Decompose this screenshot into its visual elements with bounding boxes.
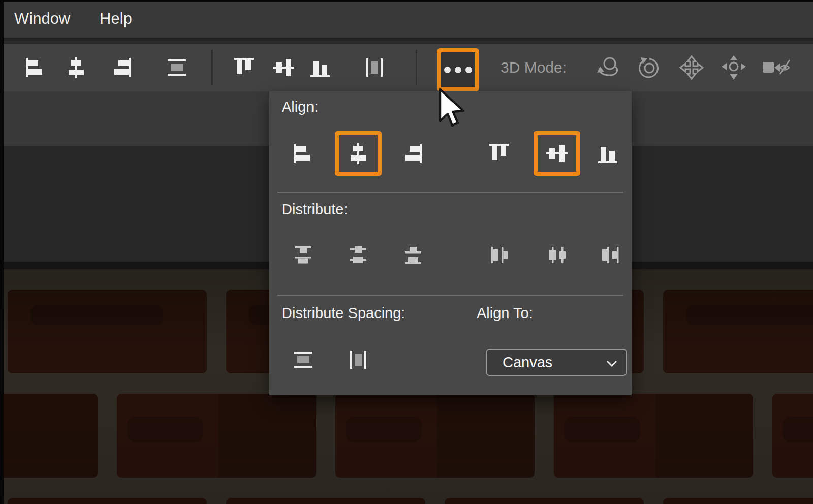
distribute-vertical-centers-icon[interactable] xyxy=(346,243,370,267)
menu-bar: Window Help xyxy=(0,0,813,41)
align-bottom-edges-icon[interactable] xyxy=(596,141,620,166)
options-toolbar: 3D Mode: xyxy=(0,44,813,91)
menu-item-help[interactable]: Help xyxy=(100,0,132,38)
ellipsis-icon xyxy=(455,67,461,73)
3d-mode-label: 3D Mode: xyxy=(501,44,567,91)
distribute-section-label: Distribute: xyxy=(282,201,348,218)
align-top-edges-icon[interactable] xyxy=(232,55,256,80)
screenshot-border xyxy=(0,0,813,2)
align-bottom-edges-icon[interactable] xyxy=(308,55,332,80)
distribute-spacing-vertical-icon[interactable] xyxy=(165,55,189,80)
distribute-bottom-edges-icon[interactable] xyxy=(401,243,425,267)
3d-camera-icon[interactable] xyxy=(762,53,790,82)
ellipsis-icon xyxy=(444,67,451,73)
distribute-horizontal-centers-icon[interactable] xyxy=(545,243,570,267)
screenshot-border xyxy=(0,0,4,504)
menu-item-window[interactable]: Window xyxy=(14,0,70,38)
align-left-edges-icon[interactable] xyxy=(23,55,48,80)
align-top-edges-icon[interactable] xyxy=(487,141,511,166)
more-options-button[interactable] xyxy=(437,48,479,91)
align-left-edges-icon[interactable] xyxy=(291,141,316,166)
distribute-spacing-horizontal-icon[interactable] xyxy=(362,55,387,80)
align-vertical-centers-icon[interactable] xyxy=(271,55,296,80)
highlight-box-align-vertical-centers xyxy=(534,131,580,176)
application-window: Window Help xyxy=(0,0,813,504)
align-options-panel: Align: Distribute: xyxy=(269,91,632,395)
chevron-down-icon xyxy=(606,360,617,367)
3d-slide-icon[interactable] xyxy=(720,53,748,82)
ellipsis-icon xyxy=(465,67,472,73)
align-section-label: Align: xyxy=(282,99,319,115)
distribute-spacing-section-label: Distribute Spacing: xyxy=(282,305,405,322)
toolbar-divider xyxy=(416,50,417,85)
align-to-dropdown-value: Canvas xyxy=(503,354,552,370)
align-right-edges-icon[interactable] xyxy=(400,141,424,166)
panel-divider xyxy=(277,295,623,296)
align-right-edges-icon[interactable] xyxy=(109,55,133,80)
align-horizontal-centers-icon[interactable] xyxy=(64,55,88,80)
3d-roll-icon[interactable] xyxy=(635,53,664,82)
highlight-box-align-horizontal-centers xyxy=(335,131,382,176)
distribute-top-edges-icon[interactable] xyxy=(291,243,316,267)
align-to-section-label: Align To: xyxy=(477,305,533,322)
panel-divider xyxy=(277,192,623,193)
distribute-spacing-horizontal-icon[interactable] xyxy=(346,348,370,372)
distribute-left-edges-icon[interactable] xyxy=(488,243,512,267)
distribute-right-edges-icon[interactable] xyxy=(598,243,622,267)
3d-pan-icon[interactable] xyxy=(677,53,706,82)
3d-orbit-icon[interactable] xyxy=(593,53,621,82)
align-to-dropdown[interactable]: Canvas xyxy=(486,349,627,376)
toolbar-divider xyxy=(211,50,213,85)
mouse-cursor-arrow xyxy=(436,88,468,133)
distribute-spacing-vertical-icon[interactable] xyxy=(291,348,316,372)
